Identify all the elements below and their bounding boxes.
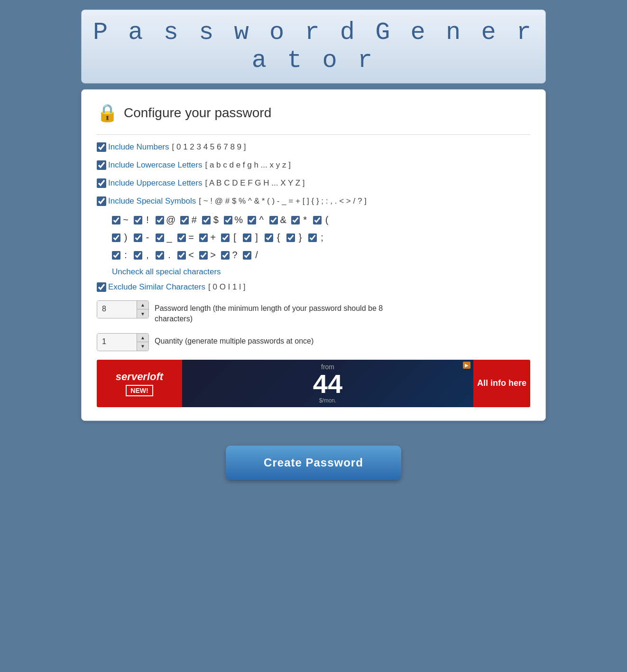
char-checkbox-lbrace[interactable] xyxy=(265,233,273,242)
include-special-suffix: [ ~ ! @ # $ % ^ & * ( ) - _ = + [ ] { } … xyxy=(199,196,367,206)
char-checkbox-lparen[interactable] xyxy=(313,216,322,224)
char-checkbox-at[interactable] xyxy=(156,216,164,224)
ad-info-text: All info here xyxy=(477,378,526,389)
exclude-similar-checkbox[interactable] xyxy=(97,282,106,292)
password-length-up-button[interactable]: ▲ xyxy=(137,301,148,309)
char-symbol-lbracket: [ xyxy=(231,232,238,243)
char-symbol-slash: / xyxy=(253,250,260,261)
char-symbol-question: ? xyxy=(231,250,238,261)
char-checkbox-lbracket[interactable] xyxy=(221,233,230,242)
char-item-rparen: ) xyxy=(112,232,129,243)
char-checkbox-caret[interactable] xyxy=(248,216,256,224)
char-symbol-lt: < xyxy=(188,250,194,261)
char-row-1: ~ ! @ # $ xyxy=(112,215,530,225)
char-symbol-period: . xyxy=(166,250,173,261)
char-symbol-semicolon: ; xyxy=(319,232,325,243)
char-checkbox-rparen[interactable] xyxy=(112,233,120,242)
password-length-down-button[interactable]: ▼ xyxy=(137,309,148,318)
header-box: P a s s w o r d G e n e r a t o r xyxy=(81,9,546,84)
page-wrapper: P a s s w o r d G e n e r a t o r 🔒 Conf… xyxy=(81,9,546,489)
char-item-comma: , xyxy=(134,250,151,261)
char-item-minus: - xyxy=(134,232,151,243)
ad-brand: serverloft xyxy=(116,371,163,383)
include-uppercase-label[interactable]: Include Uppercase Letters xyxy=(108,178,202,188)
include-special-checkbox[interactable] xyxy=(97,196,106,206)
char-symbol-lbrace: { xyxy=(275,232,282,243)
uncheck-all-link[interactable]: Uncheck all special characters xyxy=(112,267,221,277)
char-checkbox-amp[interactable] xyxy=(269,216,278,224)
quantity-up-button[interactable]: ▲ xyxy=(137,334,148,342)
char-checkbox-period[interactable] xyxy=(156,251,164,260)
ad-per-month: $/mon. xyxy=(319,397,337,404)
char-checkbox-tilde[interactable] xyxy=(112,216,120,224)
char-checkbox-dollar[interactable] xyxy=(202,216,211,224)
char-symbol-percent: % xyxy=(234,215,243,225)
quantity-value: 1 xyxy=(97,334,137,351)
char-checkbox-rbracket[interactable] xyxy=(243,233,251,242)
include-special-label[interactable]: Include Special Symbols xyxy=(108,196,196,206)
include-uppercase-checkbox[interactable] xyxy=(97,178,106,188)
char-symbol-lparen: ( xyxy=(323,215,330,225)
char-item-dollar: $ xyxy=(202,215,219,225)
char-symbol-equals: = xyxy=(188,232,194,243)
exclude-similar-row: Exclude Similar Characters [ 0 O I 1 l ] xyxy=(97,282,530,292)
char-symbol-underscore: _ xyxy=(166,232,173,243)
create-password-button[interactable]: Create Password xyxy=(226,446,401,480)
include-numbers-label[interactable]: Include Numbers xyxy=(108,142,169,152)
password-length-spinner[interactable]: 8 ▲ ▼ xyxy=(97,300,149,318)
char-checkbox-rbrace[interactable] xyxy=(286,233,295,242)
exclude-similar-label[interactable]: Exclude Similar Characters xyxy=(108,282,205,292)
char-checkbox-plus[interactable] xyxy=(199,233,208,242)
char-item-amp: & xyxy=(269,215,286,225)
char-checkbox-percent[interactable] xyxy=(224,216,232,224)
include-numbers-row: Include Numbers [ 0 1 2 3 4 5 6 7 8 9 ] xyxy=(97,142,530,152)
char-checkbox-star[interactable] xyxy=(291,216,300,224)
char-symbol-rbracket: ] xyxy=(253,232,260,243)
char-checkbox-equals[interactable] xyxy=(177,233,186,242)
ad-banner[interactable]: serverloft NEW! from 44 $/mon. ▶ All inf… xyxy=(97,360,530,407)
include-numbers-checkbox[interactable] xyxy=(97,142,106,152)
char-symbol-minus: - xyxy=(144,232,151,243)
configure-heading-text: Configure your password xyxy=(124,105,271,121)
ad-new-badge: NEW! xyxy=(126,385,153,396)
include-uppercase-row: Include Uppercase Letters [ A B C D E F … xyxy=(97,178,530,188)
char-checkbox-gt[interactable] xyxy=(199,251,208,260)
char-checkbox-underscore[interactable] xyxy=(156,233,164,242)
quantity-row: 1 ▲ ▼ Quantity (generate multiple passwo… xyxy=(97,333,530,351)
include-lowercase-label[interactable]: Include Lowercase Letters xyxy=(108,160,202,170)
char-symbol-gt: > xyxy=(210,250,216,261)
char-item-at: @ xyxy=(156,215,175,225)
quantity-down-button[interactable]: ▼ xyxy=(137,342,148,351)
lock-icon: 🔒 xyxy=(97,103,118,123)
create-password-section: Create Password xyxy=(81,436,546,489)
ad-corner-icon: ▶ xyxy=(463,362,470,369)
char-checkbox-comma[interactable] xyxy=(134,251,142,260)
char-checkbox-lt[interactable] xyxy=(177,251,186,260)
include-lowercase-checkbox[interactable] xyxy=(97,160,106,170)
char-symbol-colon: : xyxy=(122,250,129,261)
include-lowercase-row: Include Lowercase Letters [ a b c d e f … xyxy=(97,160,530,170)
char-symbol-dollar: $ xyxy=(212,215,219,225)
quantity-spinner[interactable]: 1 ▲ ▼ xyxy=(97,333,149,351)
char-checkbox-minus[interactable] xyxy=(134,233,142,242)
char-checkbox-exclaim[interactable] xyxy=(134,216,142,224)
char-item-lbracket: [ xyxy=(221,232,238,243)
char-checkbox-question[interactable] xyxy=(221,251,230,260)
char-symbol-tilde: ~ xyxy=(122,215,129,225)
password-length-row: 8 ▲ ▼ Password length (the minimum lengt… xyxy=(97,300,530,325)
char-checkbox-hash[interactable] xyxy=(180,216,189,224)
char-item-period: . xyxy=(156,250,173,261)
char-item-caret: ^ xyxy=(248,215,265,225)
char-item-question: ? xyxy=(221,250,238,261)
char-item-gt: > xyxy=(199,250,216,261)
char-item-plus: + xyxy=(199,232,216,243)
char-item-rbracket: ] xyxy=(243,232,260,243)
char-item-lparen: ( xyxy=(313,215,330,225)
quantity-label: Quantity (generate multiple passwords at… xyxy=(155,333,314,346)
char-checkbox-semicolon[interactable] xyxy=(308,233,317,242)
char-checkbox-colon[interactable] xyxy=(112,251,120,260)
char-checkbox-slash[interactable] xyxy=(243,251,251,260)
include-numbers-suffix: [ 0 1 2 3 4 5 6 7 8 9 ] xyxy=(172,142,246,152)
include-special-row: Include Special Symbols [ ~ ! @ # $ % ^ … xyxy=(97,196,530,206)
char-symbol-exclaim: ! xyxy=(144,215,151,225)
